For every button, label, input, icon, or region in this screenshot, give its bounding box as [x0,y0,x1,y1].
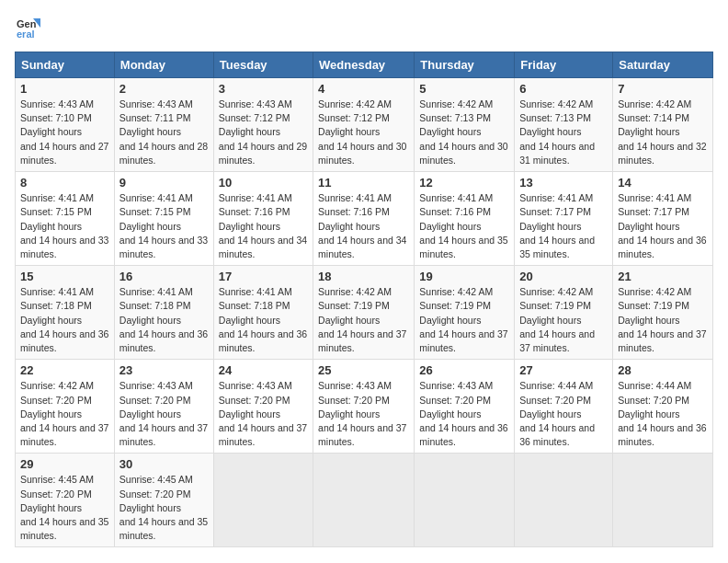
week-row-4: 22Sunrise: 4:42 AMSunset: 7:20 PMDayligh… [16,360,713,454]
cell-content: Sunrise: 4:43 AMSunset: 7:20 PMDaylight … [318,379,409,449]
day-number: 9 [119,176,209,190]
cell-content: Sunrise: 4:41 AMSunset: 7:15 PMDaylight … [119,191,209,261]
cell-content: Sunrise: 4:41 AMSunset: 7:15 PMDaylight … [20,191,109,261]
calendar-cell: 22Sunrise: 4:42 AMSunset: 7:20 PMDayligh… [16,360,115,454]
cell-content: Sunrise: 4:43 AMSunset: 7:20 PMDaylight … [119,379,209,449]
calendar-cell: 16Sunrise: 4:41 AMSunset: 7:18 PMDayligh… [114,266,213,360]
cell-content: Sunrise: 4:42 AMSunset: 7:14 PMDaylight … [618,98,708,167]
header: Gen eral [15,15,713,40]
day-number: 29 [20,457,109,471]
week-row-5: 29Sunrise: 4:45 AMSunset: 7:20 PMDayligh… [16,454,713,547]
calendar-cell [415,454,515,547]
calendar-cell: 19Sunrise: 4:42 AMSunset: 7:19 PMDayligh… [415,266,515,360]
cell-content: Sunrise: 4:43 AMSunset: 7:10 PMDaylight … [20,98,109,167]
calendar-cell: 13Sunrise: 4:41 AMSunset: 7:17 PMDayligh… [515,172,613,266]
calendar-cell: 23Sunrise: 4:43 AMSunset: 7:20 PMDayligh… [114,360,213,454]
day-number: 14 [618,176,708,190]
cell-content: Sunrise: 4:42 AMSunset: 7:20 PMDaylight … [20,379,109,449]
calendar-cell: 26Sunrise: 4:43 AMSunset: 7:20 PMDayligh… [415,360,515,454]
day-number: 26 [419,363,509,377]
day-number: 5 [419,82,509,96]
cell-content: Sunrise: 4:43 AMSunset: 7:12 PMDaylight … [219,98,308,167]
week-row-1: 1Sunrise: 4:43 AMSunset: 7:10 PMDaylight… [16,78,713,172]
calendar-cell: 27Sunrise: 4:44 AMSunset: 7:20 PMDayligh… [515,360,613,454]
day-number: 18 [318,270,409,283]
calendar-cell: 3Sunrise: 4:43 AMSunset: 7:12 PMDaylight… [213,78,313,172]
cell-content: Sunrise: 4:43 AMSunset: 7:20 PMDaylight … [419,379,509,449]
calendar-cell: 14Sunrise: 4:41 AMSunset: 7:17 PMDayligh… [613,172,713,266]
day-number: 6 [519,82,608,96]
day-number: 24 [219,363,308,377]
day-number: 21 [618,270,708,283]
logo: Gen eral [15,15,44,40]
day-number: 7 [618,82,708,96]
cell-content: Sunrise: 4:42 AMSunset: 7:13 PMDaylight … [419,98,509,167]
calendar-cell: 24Sunrise: 4:43 AMSunset: 7:20 PMDayligh… [213,360,313,454]
calendar-cell: 17Sunrise: 4:41 AMSunset: 7:18 PMDayligh… [213,266,313,360]
calendar-cell: 15Sunrise: 4:41 AMSunset: 7:18 PMDayligh… [16,266,115,360]
calendar-cell: 8Sunrise: 4:41 AMSunset: 7:15 PMDaylight… [16,172,115,266]
day-number: 15 [20,270,109,283]
day-number: 4 [318,82,409,96]
calendar-cell [213,454,313,547]
cell-content: Sunrise: 4:43 AMSunset: 7:20 PMDaylight … [219,379,308,449]
day-header-friday: Friday [515,52,613,78]
day-number: 10 [219,176,308,190]
cell-content: Sunrise: 4:43 AMSunset: 7:11 PMDaylight … [119,98,209,167]
day-number: 27 [519,363,608,377]
cell-content: Sunrise: 4:42 AMSunset: 7:19 PMDaylight … [419,285,509,355]
cell-content: Sunrise: 4:41 AMSunset: 7:17 PMDaylight … [618,191,708,261]
day-number: 28 [618,363,708,377]
day-header-wednesday: Wednesday [313,52,415,78]
cell-content: Sunrise: 4:41 AMSunset: 7:16 PMDaylight … [318,191,409,261]
day-header-monday: Monday [114,52,213,78]
day-number: 16 [119,270,209,283]
calendar-cell: 21Sunrise: 4:42 AMSunset: 7:19 PMDayligh… [613,266,713,360]
day-header-sunday: Sunday [16,52,115,78]
day-number: 8 [20,176,109,190]
cell-content: Sunrise: 4:44 AMSunset: 7:20 PMDaylight … [519,379,608,449]
calendar-cell: 6Sunrise: 4:42 AMSunset: 7:13 PMDaylight… [515,78,613,172]
cell-content: Sunrise: 4:41 AMSunset: 7:16 PMDaylight … [219,191,308,261]
day-number: 2 [119,82,209,96]
cell-content: Sunrise: 4:42 AMSunset: 7:12 PMDaylight … [318,98,409,167]
calendar-cell: 11Sunrise: 4:41 AMSunset: 7:16 PMDayligh… [313,172,415,266]
calendar-table: SundayMondayTuesdayWednesdayThursdayFrid… [15,52,713,547]
day-number: 20 [519,270,608,283]
calendar-cell: 2Sunrise: 4:43 AMSunset: 7:11 PMDaylight… [114,78,213,172]
calendar-cell: 7Sunrise: 4:42 AMSunset: 7:14 PMDaylight… [613,78,713,172]
day-number: 19 [419,270,509,283]
cell-content: Sunrise: 4:41 AMSunset: 7:18 PMDaylight … [219,285,308,355]
header-row: SundayMondayTuesdayWednesdayThursdayFrid… [16,52,713,78]
calendar-cell: 20Sunrise: 4:42 AMSunset: 7:19 PMDayligh… [515,266,613,360]
logo-icon: Gen eral [15,15,40,40]
calendar-cell: 4Sunrise: 4:42 AMSunset: 7:12 PMDaylight… [313,78,415,172]
calendar-cell [613,454,713,547]
day-number: 1 [20,82,109,96]
day-number: 13 [519,176,608,190]
calendar-cell: 9Sunrise: 4:41 AMSunset: 7:15 PMDaylight… [114,172,213,266]
day-number: 25 [318,363,409,377]
day-header-thursday: Thursday [415,52,515,78]
cell-content: Sunrise: 4:44 AMSunset: 7:20 PMDaylight … [618,379,708,449]
cell-content: Sunrise: 4:42 AMSunset: 7:19 PMDaylight … [519,285,608,355]
week-row-3: 15Sunrise: 4:41 AMSunset: 7:18 PMDayligh… [16,266,713,360]
day-header-saturday: Saturday [613,52,713,78]
calendar-cell: 18Sunrise: 4:42 AMSunset: 7:19 PMDayligh… [313,266,415,360]
day-number: 17 [219,270,308,283]
calendar-cell: 12Sunrise: 4:41 AMSunset: 7:16 PMDayligh… [415,172,515,266]
cell-content: Sunrise: 4:45 AMSunset: 7:20 PMDaylight … [119,473,209,543]
svg-text:eral: eral [17,29,35,40]
calendar-cell: 29Sunrise: 4:45 AMSunset: 7:20 PMDayligh… [16,454,115,547]
day-number: 23 [119,363,209,377]
calendar-cell: 5Sunrise: 4:42 AMSunset: 7:13 PMDaylight… [415,78,515,172]
calendar-cell: 1Sunrise: 4:43 AMSunset: 7:10 PMDaylight… [16,78,115,172]
cell-content: Sunrise: 4:41 AMSunset: 7:18 PMDaylight … [119,285,209,355]
cell-content: Sunrise: 4:42 AMSunset: 7:13 PMDaylight … [519,98,608,167]
calendar-cell [313,454,415,547]
day-number: 22 [20,363,109,377]
day-number: 30 [119,457,209,471]
cell-content: Sunrise: 4:41 AMSunset: 7:17 PMDaylight … [519,191,608,261]
day-header-tuesday: Tuesday [213,52,313,78]
day-number: 11 [318,176,409,190]
